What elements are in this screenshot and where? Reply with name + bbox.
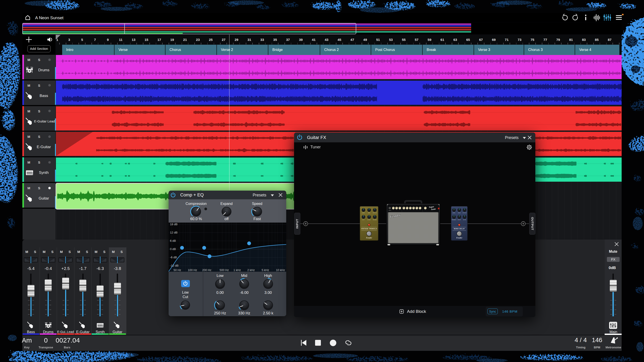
svg-text:100 Hz: 100 Hz (188, 268, 197, 272)
svg-text:LEVEL: LEVEL (452, 213, 455, 213)
svg-text:NOTE DIV: NOTE DIV (373, 213, 377, 213)
svg-text:0 dB: 0 dB (170, 247, 176, 251)
svg-text:12 dB: 12 dB (170, 231, 178, 234)
svg-text:LEVEL: LEVEL (362, 213, 365, 213)
svg-text:VINTAGE TREMOLO: VINTAGE TREMOLO (361, 228, 377, 230)
svg-text:Fender: Fender (366, 237, 372, 239)
svg-text:DUTY: DUTY (362, 219, 365, 220)
svg-text:ATTACK: ATTACK (368, 219, 371, 220)
svg-text:NOTE DIV: NOTE DIV (463, 213, 467, 213)
svg-text:6 dB: 6 dB (170, 239, 176, 242)
svg-text:DELAY: DELAY (458, 213, 461, 213)
svg-text:RATE: RATE (368, 213, 370, 213)
svg-text:1 kHz: 1 kHz (234, 268, 241, 272)
svg-text:MONO DELAY: MONO DELAY (454, 228, 465, 230)
svg-text:5 kHz: 5 kHz (262, 268, 269, 272)
svg-text:2 kHz: 2 kHz (247, 268, 255, 272)
svg-text:FEEDBACK: FEEDBACK (452, 219, 456, 220)
svg-text:200 Hz: 200 Hz (202, 268, 211, 272)
svg-text:18 dB: 18 dB (170, 223, 178, 226)
svg-text:50 Hz: 50 Hz (174, 268, 181, 272)
svg-text:Fender: Fender (456, 237, 462, 239)
svg-text:-6 dB: -6 dB (170, 256, 177, 259)
svg-text:BRIGHT: BRIGHT (458, 219, 461, 220)
svg-text:-12 dB: -12 dB (170, 264, 178, 267)
svg-text:10 kHz: 10 kHz (276, 268, 285, 272)
svg-text:ATTEN: ATTEN (463, 219, 466, 220)
svg-text:INPUT: INPUT (389, 210, 392, 211)
svg-text:500 Hz: 500 Hz (220, 268, 229, 272)
svg-text:RELEASE: RELEASE (373, 219, 377, 220)
